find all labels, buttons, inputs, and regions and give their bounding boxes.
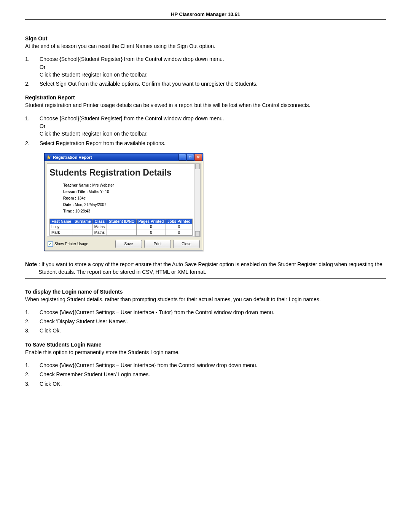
close-win-button[interactable]: Close: [173, 240, 200, 248]
list-item: Choose {School}{Student Register} from t…: [25, 55, 386, 78]
loginname-intro: When registering Student details, rather…: [25, 296, 386, 303]
note-label: Note: [25, 260, 37, 276]
table-header-cell: Pages Printed: [137, 219, 166, 224]
table-cell: 0: [137, 230, 166, 235]
table-cell: [107, 224, 137, 230]
print-button[interactable]: Print: [144, 240, 171, 248]
close-button[interactable]: ✕: [194, 154, 202, 161]
regreport-intro: Student registration and Printer usage d…: [25, 101, 386, 109]
loginname-steps: Choose {View}{Current Settings – User In…: [25, 308, 386, 335]
table-row: LucyMaths00: [50, 224, 193, 230]
show-printer-label: Show Printer Usage: [54, 242, 88, 246]
table-cell: Lucy: [50, 224, 73, 230]
list-item: Select Registration Report from the avai…: [25, 139, 386, 147]
table-cell: [73, 224, 93, 230]
loginname-heading: To display the Login name of Students: [25, 289, 386, 295]
list-item: Choose {School}{Student Register} from t…: [25, 115, 386, 138]
maximize-button[interactable]: □: [186, 154, 194, 161]
show-printer-checkbox[interactable]: ✓: [48, 241, 53, 247]
page-header: HP Classroom Manager 10.61: [25, 11, 386, 20]
note-box: Note : If you want to store a copy of th…: [25, 258, 386, 279]
list-item: Click Ok.: [25, 327, 386, 334]
registration-report-window: Registration Report _ □ ✕ Students Regis…: [44, 153, 203, 251]
savelogin-steps: Choose {View}{Current Settings – User In…: [25, 361, 386, 388]
report-meta: Teacher Name : Mrs Webster Lesson Title …: [63, 183, 198, 213]
app-icon: [46, 155, 51, 160]
list-item: Check Remember Student User/ Login names…: [25, 371, 386, 378]
table-cell: [73, 230, 93, 235]
regreport-heading: Registration Report: [25, 94, 386, 101]
table-cell: Maths: [92, 224, 107, 230]
list-item: Choose {View}{Current Settings – User In…: [25, 361, 386, 369]
savelogin-heading: To Save Students Login Name: [25, 342, 386, 348]
regreport-steps: Choose {School}{Student Register} from t…: [25, 115, 386, 147]
signout-heading: Sign Out: [25, 35, 386, 42]
list-item: Check 'Display Student User Names'.: [25, 318, 386, 325]
svg-marker-0: [47, 155, 51, 159]
table-cell: 0: [166, 224, 192, 230]
table-header-row: First NameSurnameClassStudent ID/NOPages…: [50, 219, 193, 224]
note-text: : If you want to store a copy of the rep…: [37, 260, 386, 276]
signout-intro: At the end of a lesson you can reset the…: [25, 42, 386, 50]
window-title: Registration Report: [53, 155, 178, 160]
table-cell: [107, 230, 137, 235]
list-item: Select Sign Out from the available optio…: [25, 80, 386, 88]
savelogin-intro: Enable this option to permanently store …: [25, 348, 386, 356]
table-header-cell: Surname: [73, 219, 93, 224]
titlebar[interactable]: Registration Report _ □ ✕: [45, 153, 203, 161]
signout-steps: Choose {School}{Student Register} from t…: [25, 55, 386, 88]
table-row: MarkMaths00: [50, 230, 193, 235]
table-cell: 0: [166, 230, 192, 235]
report-table: First NameSurnameClassStudent ID/NOPages…: [49, 219, 193, 236]
table-header-cell: Jobs Printed: [166, 219, 192, 224]
report-viewport: Students Registration Details Teacher Na…: [47, 163, 201, 237]
report-heading: Students Registration Details: [49, 168, 198, 178]
list-item: Click OK.: [25, 380, 386, 388]
table-cell: Mark: [50, 230, 73, 235]
table-header-cell: First Name: [50, 219, 73, 224]
table-header-cell: Student ID/NO: [107, 219, 137, 224]
table-cell: Maths: [92, 230, 107, 235]
table-cell: 0: [137, 224, 166, 230]
window-footer: ✓ Show Printer Usage Save Print Close: [45, 238, 203, 251]
save-button[interactable]: Save: [115, 240, 142, 248]
list-item: Choose {View}{Current Settings – User In…: [25, 308, 386, 316]
minimize-button[interactable]: _: [178, 154, 186, 161]
table-header-cell: Class: [92, 219, 107, 224]
